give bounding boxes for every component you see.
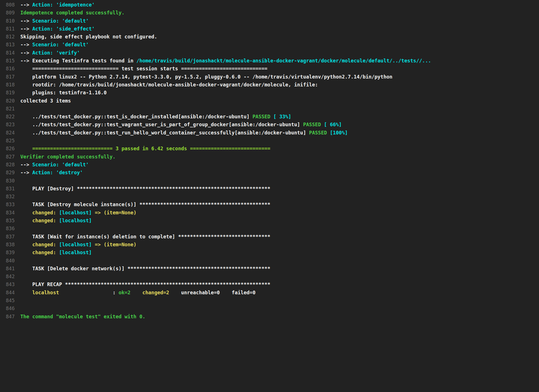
- log-line: 838 changed: [localhost] => (item=None): [0, 241, 539, 249]
- log-text: --> Scenario: 'default': [20, 17, 89, 25]
- log-text: changed: [localhost]: [20, 217, 92, 225]
- line-number[interactable]: 832: [0, 193, 20, 201]
- log-text: Verifier completed successfully.: [20, 153, 116, 161]
- line-number[interactable]: 813: [0, 41, 20, 49]
- log-line: 830: [0, 177, 539, 185]
- line-number[interactable]: 834: [0, 209, 20, 217]
- terminal-log: 808--> Action: 'idempotence'809Idempoten…: [0, 0, 539, 392]
- log-text: changed: [localhost] => (item=None): [20, 241, 136, 249]
- line-number[interactable]: 843: [0, 280, 20, 288]
- log-line: 813--> Scenario: 'default': [0, 41, 539, 49]
- log-line: 842: [0, 273, 539, 280]
- log-text: changed: [localhost]: [20, 249, 92, 256]
- line-number[interactable]: 815: [0, 57, 20, 65]
- line-number[interactable]: 814: [0, 49, 20, 57]
- log-text: --> Scenario: 'default': [20, 161, 89, 169]
- line-number[interactable]: 846: [0, 304, 20, 312]
- log-text: --> Executing Testinfra tests found in /…: [20, 57, 431, 65]
- log-text: ../tests/test_docker.py::test_is_docker_…: [20, 113, 291, 121]
- line-number[interactable]: 816: [0, 65, 20, 73]
- log-text: --> Action: 'destroy': [20, 169, 83, 177]
- log-text: TASK [Destroy molecule instance(s)] ****…: [20, 201, 270, 208]
- log-text: changed: [localhost] => (item=None): [20, 209, 136, 217]
- log-line: 829--> Action: 'destroy': [0, 169, 539, 177]
- log-line: 831 PLAY [Destroy] *********************…: [0, 185, 539, 193]
- log-text: --> Action: 'idempotence': [20, 1, 95, 9]
- line-number[interactable]: 811: [0, 25, 20, 33]
- log-line: 822 ../tests/test_docker.py::test_is_doc…: [0, 113, 539, 121]
- log-text: =========================== 3 passed in …: [20, 145, 270, 153]
- line-number[interactable]: 829: [0, 169, 20, 177]
- line-number[interactable]: 836: [0, 225, 20, 232]
- log-text: collected 3 items: [20, 97, 71, 105]
- line-number[interactable]: 838: [0, 241, 20, 249]
- log-line: 846: [0, 304, 539, 312]
- log-text: The command "molecule test" exited with …: [20, 313, 145, 321]
- log-text: Skipping, side effect playbook not confi…: [20, 33, 157, 41]
- line-number[interactable]: 824: [0, 129, 20, 137]
- log-text: --> Action: 'verify': [20, 49, 80, 57]
- line-number[interactable]: 809: [0, 9, 20, 17]
- log-text: ../tests/test_docker.py::test_run_hello_…: [20, 129, 348, 137]
- line-number[interactable]: 821: [0, 105, 20, 113]
- line-number[interactable]: 828: [0, 161, 20, 169]
- log-line: 814--> Action: 'verify': [0, 49, 539, 57]
- log-line: 827Verifier completed successfully.: [0, 153, 539, 161]
- line-number[interactable]: 833: [0, 201, 20, 208]
- line-number[interactable]: 823: [0, 121, 20, 129]
- log-text: localhost : ok=2 changed=2 unreachable=0…: [20, 289, 255, 297]
- line-number[interactable]: 818: [0, 81, 20, 89]
- line-number[interactable]: 841: [0, 265, 20, 273]
- line-number[interactable]: 822: [0, 113, 20, 121]
- line-number[interactable]: 808: [0, 1, 20, 9]
- log-line: 817 platform linux2 -- Python 2.7.14, py…: [0, 73, 539, 81]
- log-line: 819 plugins: testinfra-1.16.0: [0, 89, 539, 97]
- log-line: 834 changed: [localhost] => (item=None): [0, 209, 539, 217]
- log-line: 808--> Action: 'idempotence': [0, 1, 539, 9]
- line-number[interactable]: 831: [0, 185, 20, 193]
- log-text: PLAY RECAP *****************************…: [20, 280, 270, 288]
- log-text: platform linux2 -- Python 2.7.14, pytest…: [20, 73, 392, 81]
- log-line: 821: [0, 105, 539, 113]
- log-line: 839 changed: [localhost]: [0, 249, 539, 256]
- line-number[interactable]: 847: [0, 313, 20, 321]
- log-line: 818 rootdir: /home/travis/build/jonashac…: [0, 81, 539, 89]
- line-number[interactable]: 830: [0, 177, 20, 185]
- line-number[interactable]: 825: [0, 137, 20, 145]
- log-line: 844 localhost : ok=2 changed=2 unreachab…: [0, 289, 539, 297]
- log-line: 837 TASK [Wait for instance(s) deletion …: [0, 233, 539, 241]
- line-number[interactable]: 844: [0, 289, 20, 297]
- line-number[interactable]: 839: [0, 249, 20, 256]
- log-line: 811--> Action: 'side_effect': [0, 25, 539, 33]
- log-text: plugins: testinfra-1.16.0: [20, 89, 107, 97]
- log-line: 836: [0, 225, 539, 232]
- line-number[interactable]: 817: [0, 73, 20, 81]
- log-text: ../tests/test_docker.py::test_vagrant_us…: [20, 121, 342, 129]
- log-line: 843 PLAY RECAP *************************…: [0, 280, 539, 288]
- log-line: 823 ../tests/test_docker.py::test_vagran…: [0, 121, 539, 129]
- log-line: 815--> Executing Testinfra tests found i…: [0, 57, 539, 65]
- log-line: 824 ../tests/test_docker.py::test_run_he…: [0, 129, 539, 137]
- log-line: 841 TASK [Delete docker network(s)] ****…: [0, 265, 539, 273]
- log-text: TASK [Delete docker network(s)] ********…: [20, 265, 270, 273]
- log-line: 810--> Scenario: 'default': [0, 17, 539, 25]
- log-text: Idempotence completed successfully.: [20, 9, 125, 17]
- log-line: 809Idempotence completed successfully.: [0, 9, 539, 17]
- log-line: 832: [0, 193, 539, 201]
- line-number[interactable]: 820: [0, 97, 20, 105]
- line-number[interactable]: 827: [0, 153, 20, 161]
- line-number[interactable]: 812: [0, 33, 20, 41]
- line-number[interactable]: 810: [0, 17, 20, 25]
- log-line: 847The command "molecule test" exited wi…: [0, 313, 539, 321]
- log-line: 826 =========================== 3 passed…: [0, 145, 539, 153]
- line-number[interactable]: 819: [0, 89, 20, 97]
- log-text: ============================= test sessi…: [20, 65, 267, 73]
- log-line: 816 ============================= test s…: [0, 65, 539, 73]
- line-number[interactable]: 840: [0, 257, 20, 265]
- line-number[interactable]: 835: [0, 217, 20, 225]
- line-number[interactable]: 845: [0, 297, 20, 304]
- line-number[interactable]: 837: [0, 233, 20, 241]
- log-line: 833 TASK [Destroy molecule instance(s)] …: [0, 201, 539, 208]
- line-number[interactable]: 842: [0, 273, 20, 280]
- line-number[interactable]: 826: [0, 145, 20, 153]
